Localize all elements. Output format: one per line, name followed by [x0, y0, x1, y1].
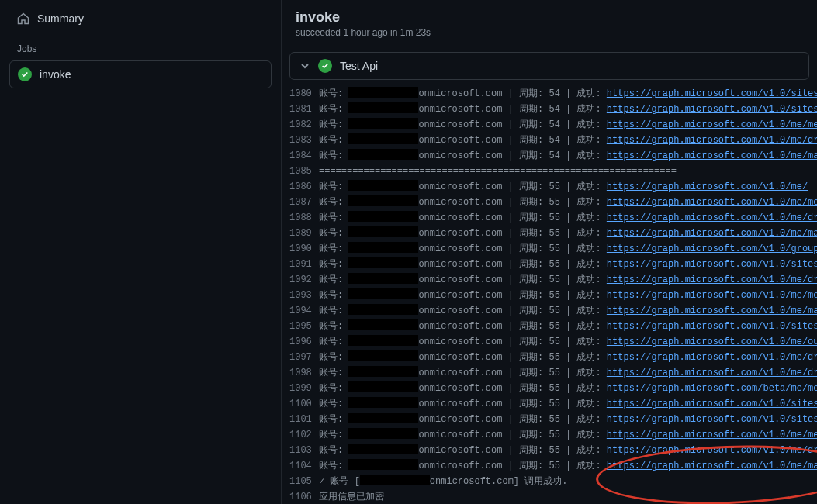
redacted-block — [348, 459, 418, 470]
line-content: ✓ 账号 [onmicrosoft.com] 调用成功. — [319, 474, 567, 489]
api-link[interactable]: https://graph.microsoft.com/v1.0/me/mai — [607, 306, 817, 316]
line-content: 账号: onmicrosoft.com | 周期: 55 | 成功: https… — [319, 226, 817, 241]
api-link[interactable]: https://graph.microsoft.com/v1.0/groups — [607, 243, 817, 254]
line-content: 账号: onmicrosoft.com | 周期: 55 | 成功: https… — [319, 257, 817, 272]
success-icon — [318, 59, 332, 73]
log-line: 1080账号: onmicrosoft.com | 周期: 54 | 成功: h… — [289, 86, 817, 102]
line-number: 1082 — [289, 117, 319, 133]
log-line: 1091账号: onmicrosoft.com | 周期: 55 | 成功: h… — [289, 257, 817, 272]
api-link[interactable]: https://graph.microsoft.com/v1.0/me/dri — [607, 368, 817, 378]
redacted-block — [348, 366, 418, 377]
redacted-block — [348, 133, 418, 144]
line-number: 1081 — [289, 102, 319, 117]
line-content: 账号: onmicrosoft.com | 周期: 54 | 成功: https… — [319, 86, 817, 102]
api-link[interactable]: https://graph.microsoft.com/v1.0/sites/ — [607, 414, 817, 425]
log-line: 1102账号: onmicrosoft.com | 周期: 55 | 成功: h… — [289, 427, 817, 443]
line-number: 1093 — [289, 288, 319, 303]
line-number: 1086 — [289, 179, 319, 195]
log-line: 1082账号: onmicrosoft.com | 周期: 54 | 成功: h… — [289, 117, 817, 133]
line-content: 账号: onmicrosoft.com | 周期: 55 | 成功: https… — [319, 210, 817, 226]
line-number: 1095 — [289, 319, 319, 334]
api-link[interactable]: https://graph.microsoft.com/v1.0/me/mes — [607, 290, 817, 301]
redacted-block — [348, 428, 418, 439]
log-line: 1092账号: onmicrosoft.com | 周期: 55 | 成功: h… — [289, 272, 817, 288]
api-link[interactable]: https://graph.microsoft.com/v1.0/sites/ — [607, 104, 817, 115]
redacted-block — [348, 319, 418, 330]
log-line: 1083账号: onmicrosoft.com | 周期: 54 | 成功: h… — [289, 133, 817, 148]
line-number: 1106 — [289, 489, 319, 504]
log-line: 1088账号: onmicrosoft.com | 周期: 55 | 成功: h… — [289, 210, 817, 226]
api-link[interactable]: https://graph.microsoft.com/v1.0/sites/ — [607, 88, 817, 99]
api-link[interactable]: https://graph.microsoft.com/v1.0/me/mes — [607, 197, 817, 208]
api-link[interactable]: https://graph.microsoft.com/v1.0/me/out — [607, 337, 817, 347]
line-content: 账号: onmicrosoft.com | 周期: 55 | 成功: https… — [319, 272, 817, 288]
line-content: 账号: onmicrosoft.com | 周期: 55 | 成功: https… — [319, 427, 817, 443]
api-link[interactable]: https://graph.microsoft.com/v1.0/me/dri — [607, 135, 817, 146]
line-number: 1096 — [289, 334, 319, 350]
api-link[interactable]: https://graph.microsoft.com/beta/me/mes — [607, 383, 817, 394]
api-link[interactable]: https://graph.microsoft.com/v1.0/me/dri — [607, 212, 817, 223]
log-line: 1095账号: onmicrosoft.com | 周期: 55 | 成功: h… — [289, 319, 817, 334]
line-content: 账号: onmicrosoft.com | 周期: 55 | 成功: https… — [319, 179, 808, 195]
page-subtitle: succeeded 1 hour ago in 1m 23s — [296, 27, 803, 38]
line-number: 1098 — [289, 365, 319, 381]
success-icon — [18, 67, 32, 81]
step-title: Test Api — [340, 60, 378, 72]
api-link[interactable]: https://graph.microsoft.com/v1.0/me/mai — [607, 150, 817, 161]
log-line: 1086账号: onmicrosoft.com | 周期: 55 | 成功: h… — [289, 179, 817, 195]
step-header[interactable]: Test Api — [290, 53, 808, 79]
line-number: 1080 — [289, 86, 319, 102]
line-number: 1085 — [289, 164, 319, 179]
log-line: 1093账号: onmicrosoft.com | 周期: 55 | 成功: h… — [289, 288, 817, 303]
redacted-block — [348, 288, 418, 299]
line-content: 账号: onmicrosoft.com | 周期: 54 | 成功: https… — [319, 133, 817, 148]
line-content: 账号: onmicrosoft.com | 周期: 55 | 成功: https… — [319, 396, 817, 412]
api-link[interactable]: https://graph.microsoft.com/v1.0/sites/ — [607, 399, 817, 409]
api-link[interactable]: https://graph.microsoft.com/v1.0/me/mai — [607, 461, 817, 471]
redacted-block — [348, 444, 418, 454]
line-content: 账号: onmicrosoft.com | 周期: 55 | 成功: https… — [319, 241, 817, 257]
line-number: 1100 — [289, 396, 319, 412]
job-label: invoke — [40, 68, 71, 81]
line-content: 账号: onmicrosoft.com | 周期: 54 | 成功: https… — [319, 148, 817, 164]
redacted-block — [348, 397, 418, 408]
line-number: 1090 — [289, 241, 319, 257]
line-number: 1087 — [289, 195, 319, 210]
redacted-block — [348, 350, 418, 361]
api-link[interactable]: https://graph.microsoft.com/v1.0/sites/ — [607, 259, 817, 270]
line-content: 账号: onmicrosoft.com | 周期: 55 | 成功: https… — [319, 319, 817, 334]
chevron-down-icon — [299, 60, 310, 71]
line-number: 1088 — [289, 210, 319, 226]
api-link[interactable]: https://graph.microsoft.com/v1.0/me/ — [607, 181, 808, 192]
summary-nav[interactable]: Summary — [9, 6, 272, 31]
line-content: 账号: onmicrosoft.com | 周期: 55 | 成功: https… — [319, 458, 817, 474]
redacted-block — [348, 149, 418, 160]
line-number: 1097 — [289, 350, 319, 365]
api-link[interactable]: https://graph.microsoft.com/v1.0/me/dri — [607, 445, 817, 456]
log-line: 1104账号: onmicrosoft.com | 周期: 55 | 成功: h… — [289, 458, 817, 474]
api-link[interactable]: https://graph.microsoft.com/v1.0/me/dri — [607, 274, 817, 285]
log-line: 1089账号: onmicrosoft.com | 周期: 55 | 成功: h… — [289, 226, 817, 241]
line-number: 1104 — [289, 458, 319, 474]
line-number: 1105 — [289, 474, 319, 489]
line-content: 应用信息已加密 — [319, 489, 384, 504]
redacted-block — [348, 195, 418, 206]
api-link[interactable]: https://graph.microsoft.com/v1.0/sites/ — [607, 321, 817, 332]
line-content: 账号: onmicrosoft.com | 周期: 55 | 成功: https… — [319, 288, 817, 303]
job-invoke[interactable]: invoke — [9, 60, 272, 88]
line-content: 账号: onmicrosoft.com | 周期: 55 | 成功: https… — [319, 443, 817, 458]
api-link[interactable]: https://graph.microsoft.com/v1.0/me/mes — [607, 119, 817, 130]
log-output[interactable]: 1080账号: onmicrosoft.com | 周期: 54 | 成功: h… — [282, 86, 817, 504]
api-link[interactable]: https://graph.microsoft.com/v1.0/me/mes — [607, 430, 817, 440]
log-line: 1100账号: onmicrosoft.com | 周期: 55 | 成功: h… — [289, 396, 817, 412]
log-line: 1085====================================… — [289, 164, 817, 179]
log-line: 1090账号: onmicrosoft.com | 周期: 55 | 成功: h… — [289, 241, 817, 257]
redacted-block — [348, 304, 418, 315]
line-number: 1089 — [289, 226, 319, 241]
step-container: Test Api — [289, 52, 809, 80]
api-link[interactable]: https://graph.microsoft.com/v1.0/me/dri — [607, 352, 817, 363]
line-content: 账号: onmicrosoft.com | 周期: 55 | 成功: https… — [319, 381, 817, 396]
line-number: 1101 — [289, 412, 319, 427]
api-link[interactable]: https://graph.microsoft.com/v1.0/me/mai — [607, 228, 817, 239]
log-line: 1084账号: onmicrosoft.com | 周期: 54 | 成功: h… — [289, 148, 817, 164]
